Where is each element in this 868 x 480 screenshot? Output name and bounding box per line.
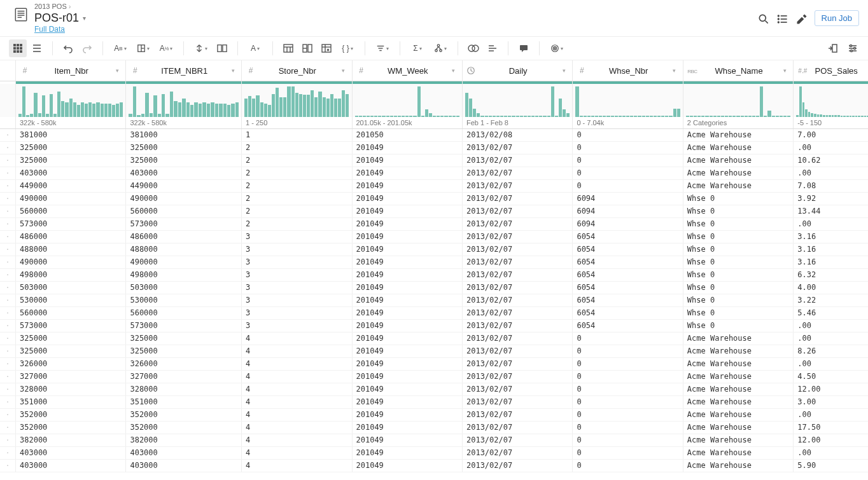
table-row[interactable]: ·57300057300032010492013/02/076054Whse 0…	[0, 319, 868, 332]
table-row[interactable]: ·53000053000032010492013/02/076054Whse 0…	[0, 294, 868, 306]
cell[interactable]: 6054	[573, 268, 683, 281]
join-button[interactable]	[465, 39, 482, 57]
cell[interactable]: 381000	[126, 128, 242, 141]
cell[interactable]: 4	[242, 357, 352, 370]
cell[interactable]: 352000	[15, 408, 125, 421]
list-view-button[interactable]	[28, 39, 46, 57]
cell[interactable]: Acme Warehouse	[683, 154, 793, 167]
cell[interactable]: Whse 0	[683, 205, 793, 217]
cell[interactable]: 498000	[126, 268, 242, 281]
column-menu-icon[interactable]: ▾	[559, 67, 568, 74]
cell[interactable]: 6054	[573, 230, 683, 243]
cell[interactable]: 201049	[352, 141, 462, 154]
cell[interactable]: 449000	[126, 179, 242, 192]
row-marker[interactable]: ·	[0, 434, 15, 446]
column-header[interactable]: RBC Whse_Name ▾	[683, 60, 793, 81]
cell[interactable]: 3.22	[794, 294, 868, 306]
cell[interactable]: 201049	[352, 192, 462, 205]
cell[interactable]: Acme Warehouse	[683, 421, 793, 434]
cell[interactable]: 327000	[126, 370, 242, 383]
cell[interactable]: 201049	[352, 421, 462, 434]
cell[interactable]: 7.08	[794, 179, 868, 192]
row-marker[interactable]: ·	[0, 408, 15, 421]
cell[interactable]: 201049	[352, 306, 462, 319]
cell[interactable]: Acme Warehouse	[683, 332, 793, 345]
cell[interactable]: 0	[573, 421, 683, 434]
cell[interactable]: 530000	[15, 294, 125, 306]
title-dropdown-icon[interactable]: ▾	[83, 15, 86, 22]
cell[interactable]: 2013/02/07	[462, 192, 572, 205]
cell[interactable]: Whse 0	[683, 230, 793, 243]
cell[interactable]: 6094	[573, 205, 683, 217]
cell[interactable]: 325000	[15, 332, 125, 345]
cell[interactable]: .00	[794, 167, 868, 179]
cell[interactable]: 2013/02/07	[462, 395, 572, 408]
cell[interactable]: 325000	[126, 141, 242, 154]
cell[interactable]: Whse 0	[683, 268, 793, 281]
row-marker[interactable]: ·	[0, 357, 15, 370]
cell[interactable]: 3.92	[794, 192, 868, 205]
cell[interactable]: Acme Warehouse	[683, 383, 793, 395]
cell[interactable]: 560000	[15, 306, 125, 319]
row-marker[interactable]: ·	[0, 205, 15, 217]
cell[interactable]: 488000	[15, 243, 125, 256]
cell[interactable]: .00	[794, 446, 868, 459]
cell[interactable]: 201050	[352, 128, 462, 141]
column-menu-icon[interactable]: ▾	[780, 67, 789, 74]
cell[interactable]: Acme Warehouse	[683, 408, 793, 421]
cell[interactable]: Acme Warehouse	[683, 128, 793, 141]
table-row[interactable]: ·32500032500022010492013/02/070Acme Ware…	[0, 141, 868, 154]
breadcrumb[interactable]: 2013 POS ›	[34, 3, 86, 10]
cell[interactable]: 2013/02/07	[462, 319, 572, 332]
cell[interactable]: 10.62	[794, 154, 868, 167]
cell[interactable]: 0	[573, 332, 683, 345]
cell[interactable]: 2013/02/07	[462, 332, 572, 345]
cell[interactable]: 328000	[126, 383, 242, 395]
cell[interactable]: 573000	[15, 217, 125, 230]
cell[interactable]: 12.00	[794, 383, 868, 395]
eyedropper-icon[interactable]	[795, 13, 807, 24]
cell[interactable]: 201049	[352, 395, 462, 408]
table-row[interactable]: ·49000049000032010492013/02/076054Whse 0…	[0, 256, 868, 268]
cell[interactable]: 486000	[126, 230, 242, 243]
cell[interactable]: 327000	[15, 370, 125, 383]
cell[interactable]: 4	[242, 459, 352, 472]
cell[interactable]: .00	[794, 217, 868, 230]
cell[interactable]: 5.90	[794, 459, 868, 472]
cell[interactable]: 0	[573, 128, 683, 141]
row-marker[interactable]: ·	[0, 395, 15, 408]
cell[interactable]: 351000	[126, 395, 242, 408]
row-marker[interactable]: ·	[0, 370, 15, 383]
cell[interactable]: 573000	[15, 319, 125, 332]
column-menu-icon[interactable]: ▾	[670, 67, 679, 74]
column-header[interactable]: Daily ▾	[463, 60, 572, 81]
column-menu-icon[interactable]: ▾	[339, 67, 348, 74]
table-row[interactable]: ·57300057300022010492013/02/076094Whse 0…	[0, 217, 868, 230]
column-histogram[interactable]	[126, 84, 241, 117]
cell[interactable]: 2	[242, 205, 352, 217]
column-menu-icon[interactable]: ▾	[449, 67, 458, 74]
row-marker[interactable]: ·	[0, 383, 15, 395]
cell[interactable]: 488000	[126, 243, 242, 256]
cell[interactable]: 2013/02/07	[462, 446, 572, 459]
cell[interactable]: 325000	[15, 141, 125, 154]
row-marker[interactable]: ·	[0, 179, 15, 192]
table-row[interactable]: ·49000049000022010492013/02/076094Whse 0…	[0, 192, 868, 205]
cell[interactable]: 382000	[15, 434, 125, 446]
cell[interactable]: 0	[573, 357, 683, 370]
cell[interactable]: 352000	[126, 408, 242, 421]
search-icon[interactable]	[757, 13, 769, 24]
cell[interactable]: 201049	[352, 154, 462, 167]
grid-view-button[interactable]	[9, 39, 27, 57]
cell[interactable]: 6054	[573, 256, 683, 268]
row-marker[interactable]: ·	[0, 230, 15, 243]
cell[interactable]: 449000	[15, 179, 125, 192]
cell[interactable]: 0	[573, 395, 683, 408]
cell[interactable]: 3	[242, 256, 352, 268]
cell[interactable]: 201049	[352, 179, 462, 192]
column-header[interactable]: # Whse_Nbr ▾	[573, 60, 682, 81]
cell[interactable]: 4	[242, 446, 352, 459]
filter-button[interactable]: ▾	[372, 39, 393, 57]
cell[interactable]: Whse 0	[683, 192, 793, 205]
cell[interactable]: 2013/02/08	[462, 128, 572, 141]
